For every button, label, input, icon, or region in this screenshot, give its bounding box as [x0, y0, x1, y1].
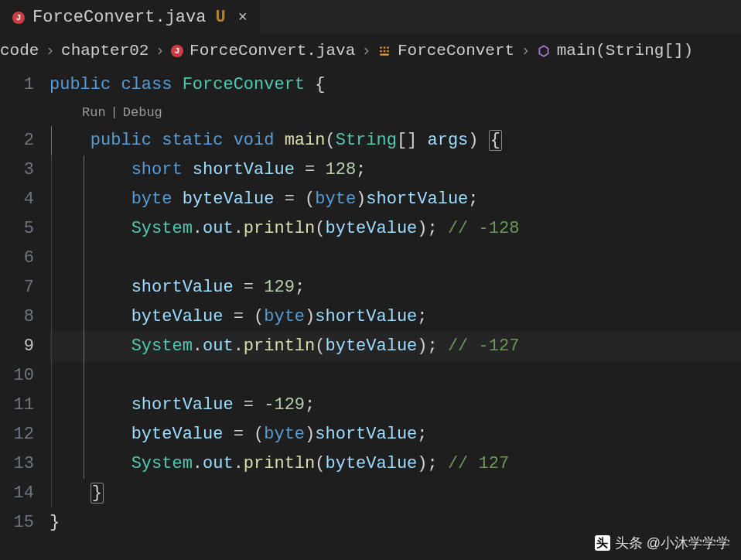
- watermark-text: 头条 @小沐学学学: [615, 534, 730, 552]
- line-number: 7: [0, 273, 34, 302]
- modified-indicator: U: [215, 8, 225, 27]
- watermark: 头 头条 @小沐学学学: [595, 534, 730, 552]
- codelens: Run|Debug: [50, 100, 741, 126]
- chevron-right-icon: ›: [521, 42, 531, 60]
- code-editor[interactable]: 1 2 3 4 5 6 7 8 9 10 11 12 13 14 15 publ…: [0, 70, 741, 538]
- close-icon[interactable]: ×: [238, 9, 248, 26]
- code-line[interactable]: System.out.println(byteValue); // -128: [50, 214, 741, 244]
- line-number: 1: [0, 70, 34, 100]
- code-line[interactable]: System.out.println(byteValue); // -127: [50, 332, 741, 361]
- line-number: 14: [0, 479, 34, 508]
- code-line[interactable]: System.out.println(byteValue); // 127: [50, 449, 741, 479]
- line-number: 13: [0, 449, 34, 479]
- class-icon: [377, 44, 391, 58]
- code-line[interactable]: [50, 361, 741, 391]
- line-number: 5: [0, 214, 34, 244]
- line-number: 9: [0, 332, 34, 361]
- line-number: 2: [0, 126, 34, 155]
- chevron-right-icon: ›: [45, 42, 55, 60]
- line-number-gutter: 1 2 3 4 5 6 7 8 9 10 11 12 13 14 15: [0, 70, 50, 538]
- tab-bar: J ForceConvert.java U ×: [0, 0, 741, 34]
- code-line[interactable]: }: [50, 479, 741, 508]
- code-line[interactable]: byteValue = (byte)shortValue;: [50, 302, 741, 332]
- java-file-icon: J: [171, 45, 183, 57]
- line-number: 15: [0, 508, 34, 538]
- java-file-icon: J: [12, 12, 25, 24]
- tab-filename: ForceConvert.java: [32, 8, 206, 27]
- code-line[interactable]: [50, 244, 741, 273]
- bracket-match-icon: {: [489, 130, 502, 151]
- line-number: 6: [0, 244, 34, 273]
- chevron-right-icon: ›: [155, 42, 165, 60]
- code-line[interactable]: short shortValue = 128;: [50, 155, 741, 185]
- breadcrumb-item[interactable]: code: [0, 42, 39, 60]
- breadcrumb: code › chapter02 › J ForceConvert.java ›…: [0, 34, 741, 70]
- code-line[interactable]: byteValue = (byte)shortValue;: [50, 420, 741, 449]
- watermark-logo-icon: 头: [595, 535, 610, 551]
- code-line[interactable]: shortValue = 129;: [50, 273, 741, 302]
- codelens-debug[interactable]: Debug: [123, 105, 162, 120]
- line-number: 10: [0, 361, 34, 391]
- code-line[interactable]: public class ForceConvert {: [50, 70, 741, 100]
- line-number: 11: [0, 391, 34, 420]
- line-number: 8: [0, 302, 34, 332]
- codelens-run[interactable]: Run: [82, 105, 106, 120]
- breadcrumb-item[interactable]: ForceConvert: [398, 42, 514, 60]
- chevron-right-icon: ›: [361, 42, 371, 60]
- breadcrumb-item[interactable]: chapter02: [61, 42, 149, 60]
- line-number: 3: [0, 155, 34, 185]
- code-line[interactable]: public static void main(String[] args) {: [50, 126, 741, 155]
- code-line[interactable]: shortValue = -129;: [50, 391, 741, 420]
- line-number: 4: [0, 185, 34, 214]
- breadcrumb-item[interactable]: main(String[]): [557, 42, 693, 60]
- method-icon: [537, 44, 551, 58]
- code-line[interactable]: byte byteValue = (byte)shortValue;: [50, 185, 741, 214]
- bracket-match-icon: }: [90, 483, 104, 504]
- breadcrumb-item[interactable]: ForceConvert.java: [190, 42, 355, 60]
- editor-tab[interactable]: J ForceConvert.java U ×: [0, 0, 260, 34]
- line-number: 12: [0, 420, 34, 449]
- code-area[interactable]: public class ForceConvert { Run|Debug pu…: [50, 70, 741, 538]
